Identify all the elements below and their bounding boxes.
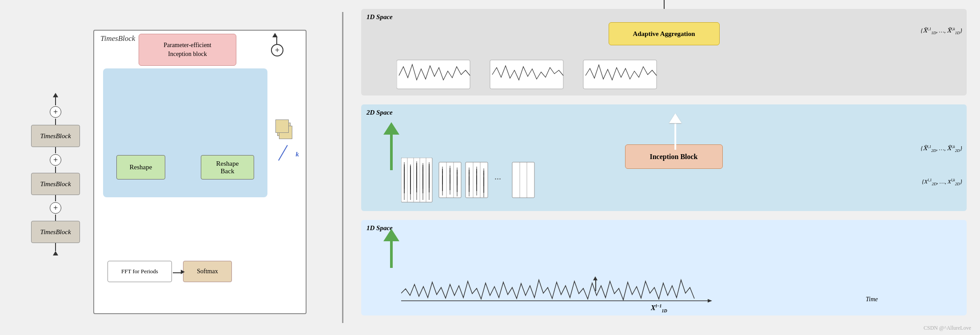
times-block-top: TimesBlock <box>31 125 80 147</box>
line2 <box>55 119 56 125</box>
inception-label-box: Parameter-efficient Inception block <box>139 34 236 66</box>
green-arrow-1d <box>383 229 399 268</box>
svg-marker-19 <box>708 299 712 303</box>
panel-divider <box>342 12 343 323</box>
blue-region: Parameter-efficient Inception block Resh… <box>103 68 267 197</box>
space-2d: 2D Space Inception Block <box>361 104 967 211</box>
reshape-back-box: ReshapeBack <box>201 155 254 179</box>
plus-top: + <box>50 106 61 118</box>
fft-box: FFT for Periods <box>108 261 172 282</box>
space-1d-top-label: 1D Space <box>367 13 393 21</box>
green-arrow-2d <box>383 122 399 170</box>
time-label: Time <box>866 296 878 303</box>
green-arrow-line <box>390 135 393 170</box>
arrow-from-x1d-input <box>595 280 596 291</box>
right-panel: 1D Space Xl1D Adaptive Aggregation <box>348 0 980 335</box>
svg-text:···: ··· <box>494 174 501 184</box>
main-container: + TimesBlock + TimesBlock + TimesBlock <box>0 0 980 335</box>
arrow-bot <box>53 251 58 255</box>
plus-mid: + <box>50 154 61 166</box>
waves-1d-top <box>397 58 663 91</box>
reshape-box: Reshape <box>116 155 165 179</box>
white-arrowhead <box>669 113 681 123</box>
set-2d-label: {Xl,12D, …, Xl,k2D} <box>922 178 962 186</box>
green-arrow-line-1d <box>390 241 393 268</box>
wave-1d-bottom <box>401 269 712 304</box>
green-arrowhead <box>383 122 399 135</box>
space-1d-top: 1D Space Xl1D Adaptive Aggregation <box>361 9 967 96</box>
k-sq1 <box>275 120 289 133</box>
line4 <box>55 167 56 173</box>
line3 <box>55 147 56 153</box>
arrowhead-from-x1d <box>593 276 598 280</box>
line7 <box>55 243 56 251</box>
times-block-mid: TimesBlock <box>31 173 80 195</box>
times-block-bot: TimesBlock <box>31 221 80 243</box>
watermark: CSDN @^AllureLove <box>924 325 971 331</box>
x1d-input-label: Xl−11D <box>651 303 667 313</box>
plus-bot: + <box>50 202 61 214</box>
fft-arrow-h <box>173 272 182 273</box>
line-detail-top <box>276 37 277 44</box>
2d-grids: ··· <box>401 158 543 204</box>
times-stack: + TimesBlock + TimesBlock + TimesBlock <box>31 93 80 255</box>
fft-arrow-head <box>181 270 185 274</box>
line6 <box>55 215 56 221</box>
k-label: k <box>296 151 299 158</box>
adaptive-agg-box: Adaptive Aggregation <box>609 22 720 45</box>
plus-circle-detail: + <box>271 44 283 56</box>
left-panel: + TimesBlock + TimesBlock + TimesBlock <box>0 0 338 335</box>
detail-title: TimesBlock <box>100 34 135 43</box>
space-2d-label: 2D Space <box>367 109 393 116</box>
softmax-box: Softmax <box>183 261 232 282</box>
set-1d-label: {X̂l,11D, …, X̂l,k1D} <box>920 27 962 35</box>
arrow-top <box>53 93 58 97</box>
line <box>55 97 56 105</box>
arrow-detail-top <box>272 33 278 37</box>
set-2d-hat-label: {X̂l,12D, …, X̂l,k2D} <box>920 144 962 153</box>
white-arrow-2d <box>669 113 681 150</box>
space-1d-bottom: 1D Space Time Xl−11D <box>361 220 967 315</box>
green-arrowhead-1d <box>383 229 399 241</box>
k-stack <box>275 120 292 139</box>
k-diag-line <box>278 145 288 161</box>
white-arrow-line <box>674 123 676 150</box>
line5 <box>55 195 56 201</box>
arrow-to-x1d <box>664 0 665 9</box>
detail-box: TimesBlock + Parameter-efficient Incepti… <box>93 30 307 314</box>
svg-rect-15 <box>512 162 534 198</box>
